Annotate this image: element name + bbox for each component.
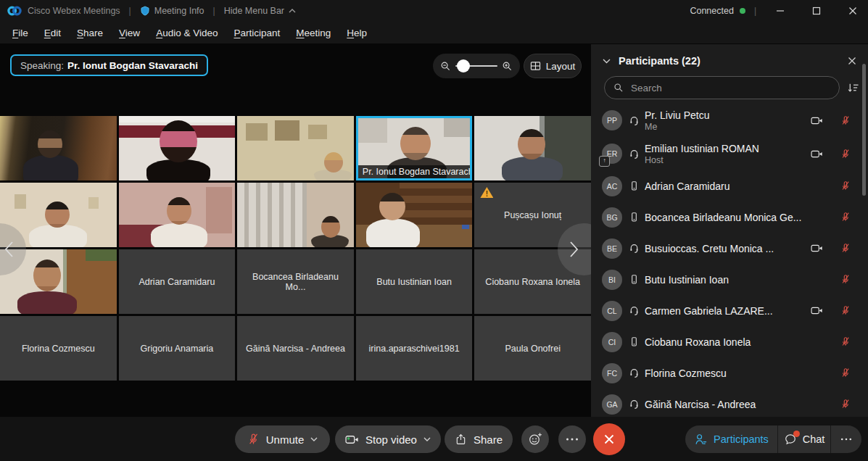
menu-share[interactable]: Share	[69, 28, 111, 38]
participant-row[interactable]: BE Busuioccas. Cretu Monica ...	[591, 233, 868, 264]
menu-audio-video[interactable]: Audio & Video	[148, 28, 226, 38]
avatar-initials: GA	[606, 400, 617, 409]
mic-muted-icon[interactable]	[840, 367, 851, 378]
name-tile-label: Pușcașu Ionuț	[504, 210, 561, 220]
share-button[interactable]: Share	[445, 425, 513, 453]
more-options-button[interactable]	[558, 425, 586, 453]
participant-name: Florina Cozmescu	[645, 367, 840, 379]
zoom-slider[interactable]	[455, 59, 497, 72]
video-tile[interactable]	[119, 183, 236, 247]
menu-view[interactable]: View	[111, 28, 148, 38]
participants-panel-header: Participants (22)	[591, 50, 868, 72]
chat-toggle-button[interactable]: Chat	[778, 425, 830, 453]
zoom-out-button[interactable]	[440, 61, 451, 72]
participant-role: Host	[645, 155, 811, 165]
name-tile[interactable]: Paula Onofrei	[474, 316, 591, 381]
close-window-button[interactable]	[838, 0, 868, 22]
name-tile[interactable]: Florina Cozmescu	[0, 316, 117, 381]
mic-muted-icon[interactable]	[840, 336, 851, 347]
participants-toggle-button[interactable]: Participants	[685, 425, 777, 453]
name-tile[interactable]: irina.aparaschivei1981	[356, 316, 473, 381]
avatar-initials: BG	[606, 213, 617, 222]
reactions-button[interactable]	[521, 425, 549, 453]
mic-muted-icon[interactable]	[840, 180, 851, 191]
video-tile[interactable]	[237, 116, 354, 180]
webex-window: Cisco Webex Meetings | Meeting Info | Hi…	[0, 0, 868, 461]
leave-meeting-button[interactable]	[593, 423, 625, 455]
participant-row[interactable]: CI Ciobanu Roxana Ionela	[591, 326, 868, 357]
minimize-button[interactable]	[765, 0, 795, 22]
video-on-icon	[811, 306, 823, 315]
participants-toggle-label: Participants	[714, 433, 769, 445]
mic-muted-icon[interactable]	[840, 212, 851, 223]
zoom-in-button[interactable]	[502, 61, 513, 72]
unmute-button[interactable]: Unmute	[235, 425, 330, 453]
participant-name: Carmen Gabriela LAZARE...	[645, 305, 811, 317]
name-tile[interactable]: Adrian Caramidaru	[119, 249, 236, 314]
participant-row[interactable]: AC Adrian Caramidaru	[591, 170, 868, 202]
participant-row[interactable]: FC Florina Cozmescu	[591, 357, 868, 389]
more-panels-button[interactable]	[831, 425, 861, 453]
avatar-initials: AC	[607, 182, 618, 191]
panel-close-button[interactable]	[846, 55, 858, 67]
maximize-button[interactable]	[801, 0, 832, 22]
video-tile[interactable]	[474, 116, 591, 180]
menu-edit[interactable]: Edit	[36, 28, 69, 38]
ellipsis-icon	[840, 438, 852, 441]
avatar: BE	[602, 238, 622, 259]
menu-help[interactable]: Help	[339, 28, 375, 38]
mic-muted-icon[interactable]	[840, 274, 851, 285]
video-tile[interactable]	[356, 183, 473, 247]
name-tile-label: irina.aparaschivei1981	[369, 344, 460, 354]
meeting-info-button[interactable]: Meeting Info	[140, 6, 204, 16]
participant-silhouette	[518, 129, 545, 159]
search-input[interactable]	[629, 82, 830, 94]
menu-meeting[interactable]: Meeting	[288, 28, 339, 38]
bottom-control-bar: Unmute Stop video Share Participants	[0, 417, 868, 461]
hide-menu-bar-toggle[interactable]: Hide Menu Bar	[224, 6, 296, 16]
participant-role: Me	[645, 122, 811, 132]
avatar: AC	[602, 176, 622, 196]
name-tile[interactable]: Grigoriu Anamaria	[119, 316, 236, 381]
video-tile[interactable]	[119, 116, 236, 180]
stop-video-button[interactable]: Stop video	[335, 425, 441, 453]
panel-scrollbar[interactable]	[862, 64, 866, 196]
participant-row[interactable]: GA Găină Narcisa - Andreea	[591, 389, 868, 417]
layout-button[interactable]: Layout	[524, 54, 582, 78]
menu-participant[interactable]: Participant	[226, 28, 288, 38]
participant-row[interactable]: ER↑ Emilian Iustinian ROMAN Host	[591, 137, 868, 170]
name-tile[interactable]: Găină Narcisa - Andreea	[237, 316, 354, 381]
meeting-info-label: Meeting Info	[154, 6, 204, 16]
participant-row[interactable]: PP Pr. Liviu Petcu Me	[591, 104, 868, 137]
participant-row[interactable]: CL Carmen Gabriela LAZARE...	[591, 295, 868, 326]
name-tile-label: Grigoriu Anamaria	[141, 344, 214, 354]
participant-silhouette	[400, 127, 431, 160]
titlebar: Cisco Webex Meetings | Meeting Info | Hi…	[0, 0, 868, 22]
menu-file[interactable]: File	[4, 28, 36, 38]
search-box[interactable]	[604, 76, 840, 99]
connection-status: Connected	[690, 6, 733, 16]
name-tile[interactable]: Bocancea Birladeanu Mo...	[237, 249, 354, 314]
mic-muted-icon[interactable]	[840, 399, 851, 410]
participant-meta: Pr. Liviu Petcu Me	[645, 109, 811, 132]
phone-icon	[629, 336, 640, 347]
phone-icon	[629, 180, 640, 191]
video-tile[interactable]	[0, 116, 117, 180]
mic-muted-icon[interactable]	[840, 243, 851, 254]
participant-silhouette	[17, 291, 77, 314]
avatar-initials: CI	[608, 338, 616, 346]
video-tile[interactable]	[237, 183, 354, 247]
panel-collapse-chevron[interactable]	[601, 57, 612, 65]
participant-name: Busuioccas. Cretu Monica ...	[645, 243, 811, 254]
mic-muted-icon[interactable]	[840, 115, 851, 126]
sort-participants-icon[interactable]	[846, 80, 861, 95]
participant-row[interactable]: BG Bocancea Birladeanu Monica Ge...	[591, 202, 868, 233]
participant-row[interactable]: BI Butu Iustinian Ioan	[591, 264, 868, 295]
name-tile[interactable]: Butu Iustinian Ioan	[356, 249, 473, 314]
headset-icon	[629, 367, 640, 378]
participant-name: Ciobanu Roxana Ionela	[645, 336, 840, 348]
mic-muted-icon[interactable]	[840, 305, 851, 316]
video-tile-active-speaker[interactable]: Pr. Ionut Bogdan Stavarachi	[356, 116, 473, 180]
mic-muted-icon[interactable]	[840, 149, 851, 159]
zoom-slider-knob[interactable]	[457, 59, 470, 72]
